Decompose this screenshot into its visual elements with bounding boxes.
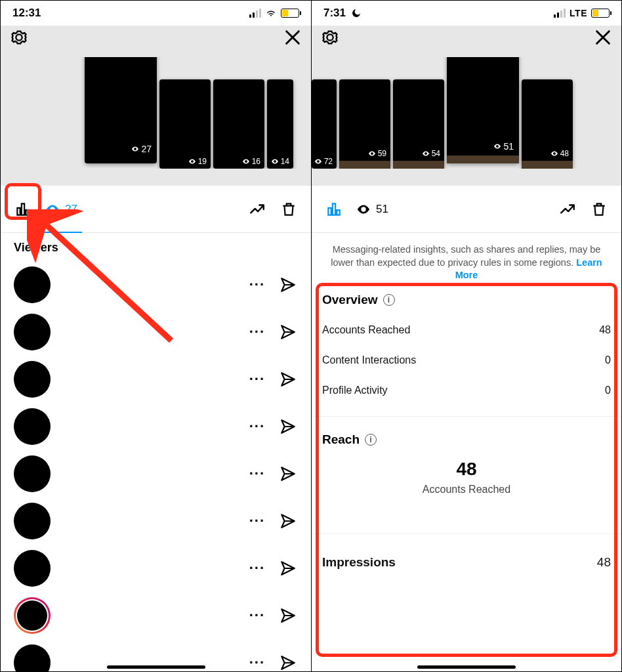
story-thumbnail[interactable]: 14 bbox=[267, 79, 293, 169]
send-icon[interactable] bbox=[280, 324, 297, 341]
viewer-row[interactable]: ··· bbox=[14, 545, 298, 592]
close-icon[interactable] bbox=[594, 28, 612, 47]
clock: 7:31 bbox=[323, 7, 346, 20]
story-thumbnail[interactable]: 48 bbox=[522, 79, 573, 169]
do-not-disturb-icon bbox=[351, 8, 362, 18]
avatar[interactable] bbox=[14, 361, 51, 398]
avatar[interactable] bbox=[14, 266, 51, 303]
more-icon[interactable]: ··· bbox=[249, 654, 265, 671]
network-label: LTE bbox=[570, 8, 587, 18]
reach-heading: Reach i bbox=[322, 432, 611, 447]
avatar[interactable] bbox=[14, 408, 51, 445]
story-carousel[interactable]: 27 19 16 14 bbox=[1, 57, 311, 186]
send-icon[interactable] bbox=[280, 560, 297, 577]
story-thumbnail[interactable]: 16 bbox=[213, 79, 264, 169]
avatar[interactable] bbox=[14, 550, 51, 587]
viewers-tab[interactable]: 51 bbox=[356, 202, 388, 217]
more-icon[interactable]: ··· bbox=[249, 324, 265, 341]
metric-value: 0 bbox=[605, 385, 611, 396]
metric-row[interactable]: Content Interactions 0 bbox=[322, 349, 611, 379]
avatar[interactable] bbox=[14, 455, 51, 492]
impressions-label: Impressions bbox=[322, 555, 396, 570]
top-bar bbox=[312, 26, 621, 57]
more-icon[interactable]: ··· bbox=[249, 465, 265, 482]
phone-left: 12:31 27 19 16 bbox=[1, 1, 311, 671]
wifi-icon bbox=[265, 9, 277, 18]
metric-label: Content Interactions bbox=[322, 354, 416, 366]
send-icon[interactable] bbox=[280, 371, 297, 388]
metric-value: 0 bbox=[605, 354, 611, 366]
send-icon[interactable] bbox=[280, 513, 297, 530]
overview-heading: Overview i bbox=[322, 293, 611, 307]
more-icon[interactable]: ··· bbox=[249, 276, 265, 293]
promote-icon[interactable] bbox=[558, 200, 577, 219]
viewer-row[interactable]: ··· bbox=[14, 497, 298, 545]
delete-icon[interactable] bbox=[590, 200, 608, 219]
settings-icon[interactable] bbox=[321, 28, 339, 47]
metric-label: Profile Activity bbox=[322, 385, 388, 396]
story-carousel[interactable]: 72 59 54 51 48 bbox=[312, 57, 621, 186]
privacy-notice: Messaging-related insights, such as shar… bbox=[322, 243, 611, 293]
more-icon[interactable]: ··· bbox=[249, 607, 265, 624]
phone-right: 7:31 LTE 72 59 54 bbox=[311, 1, 621, 671]
send-icon[interactable] bbox=[280, 276, 297, 293]
viewer-count: 27 bbox=[65, 203, 77, 216]
info-icon[interactable]: i bbox=[365, 434, 377, 446]
home-indicator[interactable] bbox=[107, 665, 205, 669]
info-icon[interactable]: i bbox=[383, 294, 395, 306]
avatar[interactable] bbox=[14, 503, 51, 539]
more-icon[interactable]: ··· bbox=[249, 513, 265, 530]
send-icon[interactable] bbox=[280, 465, 297, 482]
cellular-signal-icon bbox=[249, 9, 261, 18]
viewer-row[interactable]: ··· bbox=[14, 450, 298, 497]
story-thumbnail[interactable]: 54 bbox=[393, 79, 444, 169]
promote-icon[interactable] bbox=[248, 200, 266, 219]
metric-value: 48 bbox=[599, 324, 611, 336]
home-indicator[interactable] bbox=[417, 665, 516, 669]
metric-label: Accounts Reached bbox=[322, 324, 410, 336]
viewer-row[interactable]: ··· bbox=[14, 356, 298, 403]
viewers-section: Viewers ··· ··· ··· ··· ··· ··· bbox=[1, 233, 311, 671]
viewer-row[interactable]: ··· bbox=[14, 261, 298, 308]
reach-number: 48 bbox=[322, 459, 611, 480]
status-bar: 7:31 LTE bbox=[312, 1, 621, 26]
more-icon[interactable]: ··· bbox=[249, 371, 265, 388]
metric-row[interactable]: Accounts Reached 48 bbox=[322, 319, 611, 349]
insights-chart-icon[interactable] bbox=[325, 200, 343, 219]
viewers-heading: Viewers bbox=[14, 241, 298, 255]
viewer-count: 51 bbox=[376, 203, 388, 216]
send-icon[interactable] bbox=[280, 607, 297, 624]
story-thumbnail[interactable]: 72 bbox=[312, 79, 337, 169]
insights-tab-bar: 27 bbox=[1, 186, 311, 233]
insights-chart-icon[interactable] bbox=[14, 200, 32, 219]
impressions-row[interactable]: Impressions 48 bbox=[322, 550, 611, 574]
more-icon[interactable]: ··· bbox=[249, 418, 265, 435]
insights-tab-bar: 51 bbox=[312, 186, 621, 233]
clock: 12:31 bbox=[12, 7, 41, 20]
top-bar bbox=[1, 26, 311, 57]
more-icon[interactable]: ··· bbox=[249, 560, 265, 577]
battery-icon bbox=[591, 9, 610, 18]
story-thumbnail[interactable]: 59 bbox=[339, 79, 390, 169]
send-icon[interactable] bbox=[280, 654, 297, 671]
story-thumbnail[interactable]: 27 bbox=[85, 57, 157, 163]
delete-icon[interactable] bbox=[280, 200, 298, 219]
viewer-row[interactable]: ··· bbox=[14, 592, 298, 639]
avatar[interactable] bbox=[14, 644, 51, 671]
insights-section[interactable]: Messaging-related insights, such as shar… bbox=[312, 233, 621, 671]
viewer-row[interactable]: ··· bbox=[14, 403, 298, 450]
avatar[interactable] bbox=[14, 314, 51, 350]
story-thumbnail[interactable]: 19 bbox=[159, 79, 211, 169]
viewer-row[interactable]: ··· bbox=[14, 308, 298, 356]
battery-icon bbox=[281, 9, 299, 18]
viewers-tab[interactable]: 27 bbox=[45, 202, 77, 217]
story-thumbnail[interactable]: 51 bbox=[447, 57, 519, 163]
send-icon[interactable] bbox=[280, 418, 297, 435]
reach-label: Accounts Reached bbox=[322, 484, 611, 495]
settings-icon[interactable] bbox=[10, 28, 28, 47]
impressions-value: 48 bbox=[597, 555, 611, 570]
avatar[interactable] bbox=[14, 597, 51, 634]
close-icon[interactable] bbox=[283, 28, 302, 47]
metric-row[interactable]: Profile Activity 0 bbox=[322, 379, 611, 410]
cellular-signal-icon bbox=[554, 9, 566, 18]
